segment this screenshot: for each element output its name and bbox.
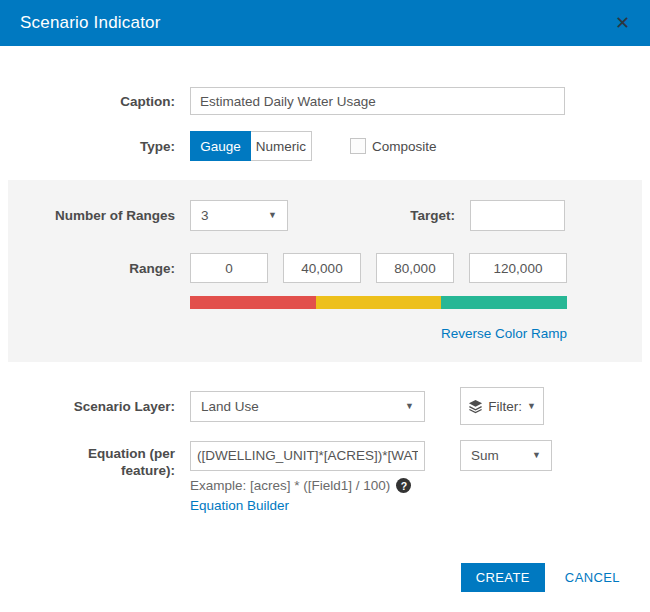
layers-icon [468,399,483,414]
reverse-row: Reverse Color Ramp [8,324,642,342]
scenario-layer-label: Scenario Layer: [0,399,175,414]
equation-label: Equation (per feature): [0,440,175,479]
number-of-ranges-row: Number of Ranges 3 ▼ Target: [8,200,642,231]
chevron-down-icon: ▼ [405,402,414,411]
range-input-2[interactable] [283,253,361,283]
equation-example: Example: [acres] * ([Field1] / 100) ? [190,478,552,493]
chevron-down-icon: ▼ [268,211,277,220]
aggregation-value: Sum [471,448,499,463]
composite-checkbox[interactable] [350,138,366,154]
target-input[interactable] [470,200,565,231]
type-label: Type: [0,139,175,154]
cancel-button[interactable]: CANCEL [565,570,620,585]
equation-row: Equation (per feature): Sum ▼ Example: [… [0,440,650,514]
ramp-row [8,296,642,309]
type-segmented-control: Gauge Numeric [190,131,312,161]
number-of-ranges-value: 3 [201,208,209,223]
range-label: Range: [8,261,175,276]
ramp-segment-red [190,296,316,309]
color-ramp [190,296,567,309]
chevron-down-icon: ▼ [527,402,536,411]
scenario-layer-dropdown[interactable]: Land Use ▼ [190,391,425,422]
target-label: Target: [288,208,455,223]
aggregation-dropdown[interactable]: Sum ▼ [460,440,552,471]
range-input-1[interactable] [190,253,268,283]
range-inputs [190,253,567,283]
dialog-title: Scenario Indicator [20,13,615,33]
close-icon[interactable]: ✕ [615,14,630,32]
caption-label: Caption: [0,94,175,109]
type-option-gauge[interactable]: Gauge [190,131,251,161]
caption-input[interactable] [190,87,565,115]
range-row: Range: [8,253,642,283]
composite-label: Composite [372,139,437,154]
scenario-indicator-dialog: Scenario Indicator ✕ Caption: Type: Gaug… [0,0,650,612]
scenario-layer-row: Scenario Layer: Land Use ▼ Filter: ▼ [0,387,650,425]
dialog-header: Scenario Indicator ✕ [0,0,650,46]
dialog-footer: CREATE CANCEL [0,563,650,592]
ramp-segment-yellow [316,296,442,309]
equation-builder-link[interactable]: Equation Builder [190,498,289,513]
range-input-4[interactable] [469,253,567,283]
filter-label: Filter: [488,399,522,414]
equation-example-text: Example: [acres] * ([Field1] / 100) [190,478,390,493]
create-button[interactable]: CREATE [461,563,545,592]
help-icon[interactable]: ? [396,478,411,493]
chevron-down-icon: ▼ [532,451,541,460]
ramp-segment-green [441,296,567,309]
ranges-panel: Number of Ranges 3 ▼ Target: Range: [8,180,642,362]
equation-content: Sum ▼ Example: [acres] * ([Field1] / 100… [190,440,552,514]
filter-button[interactable]: Filter: ▼ [460,387,544,425]
scenario-layer-value: Land Use [201,399,259,414]
equation-input[interactable] [190,441,425,471]
caption-row: Caption: [0,87,650,115]
reverse-color-ramp-link[interactable]: Reverse Color Ramp [441,326,567,341]
number-of-ranges-label: Number of Ranges [8,208,175,223]
range-input-3[interactable] [376,253,454,283]
target-group: Target: [288,200,565,231]
type-option-numeric[interactable]: Numeric [251,131,312,161]
type-row: Type: Gauge Numeric Composite [0,131,650,161]
number-of-ranges-dropdown[interactable]: 3 ▼ [190,200,288,231]
